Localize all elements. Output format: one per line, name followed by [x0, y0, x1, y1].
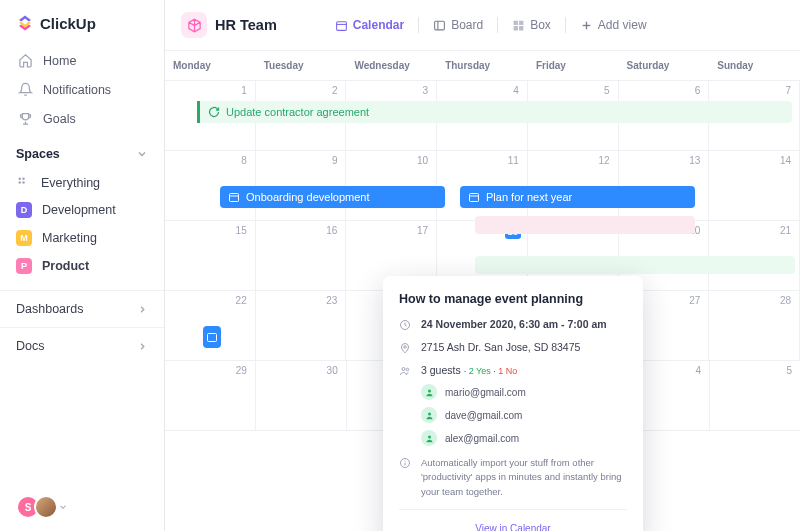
calendar-cell[interactable]: 5	[710, 361, 800, 430]
popup-title: How to manage event planning	[399, 292, 627, 306]
guest-email: mario@gmail.com	[445, 387, 526, 398]
logo[interactable]: ClickUp	[0, 0, 164, 42]
popup-guests: 3 guests · 2 Yes · 1 No mario@gmail.com …	[399, 364, 627, 446]
bell-icon	[18, 82, 33, 97]
weekday-header: Thursday	[437, 51, 528, 80]
event-contractor[interactable]: Update contractor agreement	[197, 101, 792, 123]
add-view-label: Add view	[598, 18, 647, 32]
svg-point-20	[404, 346, 407, 349]
calendar-icon	[335, 19, 348, 32]
guest-item: alex@gmail.com	[421, 430, 627, 446]
space-product-label: Product	[42, 259, 89, 273]
popup-location: 2715 Ash Dr. San Jose, SD 83475	[399, 341, 627, 354]
event-plan-year[interactable]: Plan for next year	[460, 186, 695, 208]
event-bar[interactable]	[475, 216, 695, 234]
calendar-cell[interactable]: 14	[709, 151, 800, 220]
day-number: 28	[780, 295, 791, 306]
pin-icon	[399, 342, 411, 354]
day-number: 16	[326, 225, 337, 236]
space-badge-d: D	[16, 202, 32, 218]
svg-point-0	[19, 178, 22, 181]
space-product[interactable]: P Product	[0, 252, 164, 280]
view-calendar-label: Calendar	[353, 18, 404, 32]
svg-point-23	[428, 389, 431, 392]
chevron-down-icon	[136, 148, 148, 160]
weekday-header: Wednesday	[346, 51, 437, 80]
space-everything[interactable]: Everything	[0, 169, 164, 196]
day-number: 13	[689, 155, 700, 166]
day-number: 14	[780, 155, 791, 166]
view-in-calendar-link[interactable]: View in Calendar	[475, 523, 550, 531]
view-box[interactable]: Box	[504, 14, 559, 36]
separator	[565, 17, 566, 33]
main: HR Team Calendar Board Box	[165, 0, 800, 531]
clock-icon	[399, 319, 411, 331]
day-number: 10	[417, 155, 428, 166]
nav-goals[interactable]: Goals	[8, 104, 156, 133]
svg-rect-4	[336, 21, 346, 30]
guest-item: mario@gmail.com	[421, 384, 627, 400]
section-dashboards[interactable]: Dashboards	[0, 290, 164, 327]
home-icon	[18, 53, 33, 68]
svg-point-27	[404, 460, 405, 461]
calendar-cell[interactable]: 29	[165, 361, 256, 430]
user-icon	[421, 407, 437, 423]
nav-notifications-label: Notifications	[43, 83, 111, 97]
day-number: 4	[696, 365, 702, 376]
event-onboarding[interactable]: Onboarding development	[220, 186, 445, 208]
calendar-cell[interactable]: 30	[256, 361, 347, 430]
day-number: 30	[327, 365, 338, 376]
svg-point-22	[406, 368, 409, 371]
nav-main: Home Notifications Goals	[0, 42, 164, 137]
event-label: Update contractor agreement	[226, 106, 369, 118]
day-number: 22	[236, 295, 247, 306]
day-number: 9	[332, 155, 338, 166]
calendar-cell[interactable]: 16	[256, 221, 347, 290]
guest-list: mario@gmail.com dave@gmail.com alex@gmai…	[421, 384, 627, 446]
weekday-header: Tuesday	[256, 51, 347, 80]
svg-rect-10	[514, 26, 518, 30]
space-marketing[interactable]: M Marketing	[0, 224, 164, 252]
calendar-cell[interactable]: 28	[709, 291, 800, 360]
user-avatars[interactable]: S	[0, 483, 164, 531]
space-marketing-label: Marketing	[42, 231, 97, 245]
svg-rect-9	[519, 20, 523, 24]
info-icon	[399, 457, 411, 469]
refresh-icon	[208, 106, 220, 118]
day-number: 15	[236, 225, 247, 236]
nav-notifications[interactable]: Notifications	[8, 75, 156, 104]
popup-datetime: 24 November 2020, 6:30 am - 7:00 am	[399, 318, 627, 331]
svg-rect-28	[405, 463, 406, 466]
weekday-header: Sunday	[709, 51, 800, 80]
popup-location-text: 2715 Ash Dr. San Jose, SD 83475	[421, 341, 580, 353]
space-development[interactable]: D Development	[0, 196, 164, 224]
view-board[interactable]: Board	[425, 14, 491, 36]
trophy-icon	[18, 111, 33, 126]
weekday-header: Saturday	[619, 51, 710, 80]
svg-point-2	[19, 181, 22, 184]
event-bar[interactable]	[475, 256, 795, 274]
calendar-icon	[228, 191, 240, 203]
calendar-icon	[206, 331, 218, 343]
nav-home[interactable]: Home	[8, 46, 156, 75]
event-bar[interactable]	[203, 326, 221, 348]
space-header[interactable]: HR Team	[181, 12, 277, 38]
logo-text: ClickUp	[40, 15, 96, 32]
section-docs[interactable]: Docs	[0, 327, 164, 364]
space-development-label: Development	[42, 203, 116, 217]
calendar-cell[interactable]: 15	[165, 221, 256, 290]
day-number: 21	[780, 225, 791, 236]
day-number: 2	[332, 85, 338, 96]
calendar-cell[interactable]: 23	[256, 291, 347, 360]
svg-rect-18	[208, 334, 217, 342]
add-view[interactable]: Add view	[572, 14, 655, 36]
calendar-header: Monday Tuesday Wednesday Thursday Friday…	[165, 51, 800, 81]
guest-email: dave@gmail.com	[445, 410, 522, 421]
view-calendar[interactable]: Calendar	[327, 14, 412, 36]
space-badge-p: P	[16, 258, 32, 274]
nav-home-label: Home	[43, 54, 76, 68]
popup-tip-text: Automatically import your stuff from oth…	[421, 456, 627, 499]
spaces-header[interactable]: Spaces	[0, 137, 164, 169]
nav-goals-label: Goals	[43, 112, 76, 126]
day-number: 29	[236, 365, 247, 376]
